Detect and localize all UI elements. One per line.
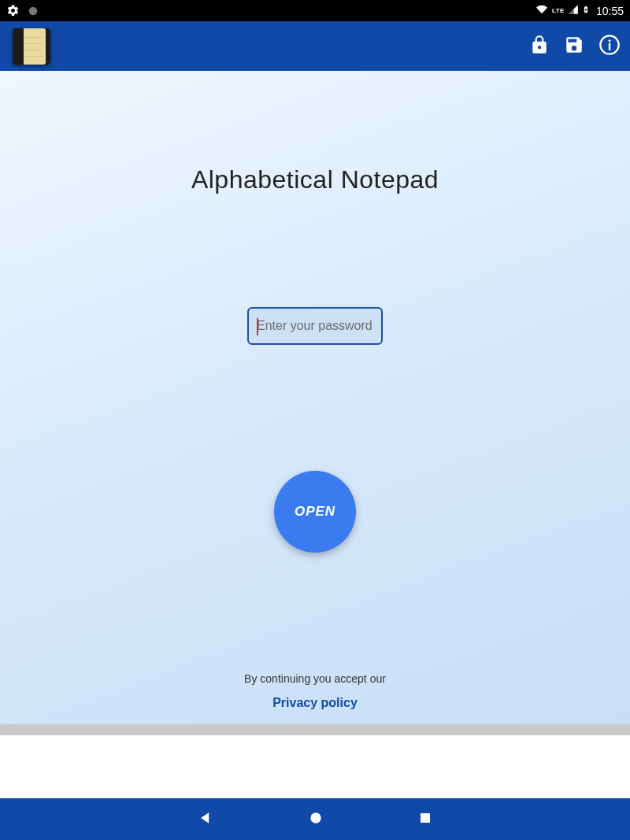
circle-icon [28, 6, 39, 17]
app-title: Alphabetical Notepad [191, 165, 439, 194]
wifi-icon: x [535, 4, 549, 17]
svg-point-4 [310, 812, 321, 823]
password-input[interactable] [257, 319, 373, 333]
text-caret [257, 318, 258, 335]
svg-rect-3 [609, 43, 610, 50]
info-icon[interactable] [598, 34, 621, 59]
nav-back-icon[interactable] [198, 810, 213, 829]
app-logo-icon [13, 27, 50, 66]
save-icon[interactable] [564, 35, 584, 58]
svg-point-2 [608, 39, 610, 42]
battery-charging-icon [582, 3, 590, 18]
android-nav-bar [0, 798, 630, 840]
signal-icon [568, 4, 579, 17]
nav-recent-icon[interactable] [418, 811, 432, 828]
svg-point-0 [29, 6, 38, 15]
nav-home-icon[interactable] [308, 810, 324, 829]
password-field-wrap[interactable] [247, 307, 383, 345]
accept-text: By continuing you accept our [244, 672, 386, 685]
privacy-policy-link[interactable]: Privacy policy [272, 696, 358, 710]
app-bar [0, 21, 630, 71]
open-button[interactable]: OPEN [274, 471, 356, 553]
main-content: Alphabetical Notepad OPEN By continuing … [0, 71, 630, 724]
android-status-bar: x LTE 10:55 [0, 0, 630, 21]
lte-label: LTE [552, 7, 565, 14]
empty-area [0, 735, 630, 798]
divider-strip [0, 724, 630, 735]
clock-label: 10:55 [596, 5, 624, 17]
svg-rect-5 [421, 813, 430, 823]
lock-icon[interactable] [529, 35, 550, 58]
settings-icon [6, 4, 20, 17]
